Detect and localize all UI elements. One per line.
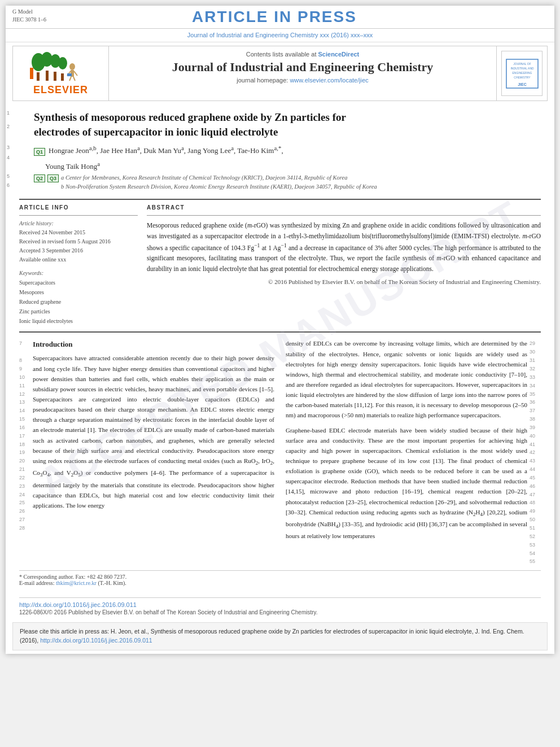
svg-rect-15: [67, 73, 72, 76]
article-title-section: 1 2 Synthesis of mesoporous reduced grap…: [19, 110, 541, 139]
left-body-col-wrapper: 7 89101112131415161718192021222324252627…: [19, 338, 274, 566]
info-abstract-section: ARTICLE INFO Article history: Received 2…: [19, 204, 541, 326]
svg-text:JOURNAL OF: JOURNAL OF: [513, 62, 531, 65]
corresponding-author: * Corresponding author. Fax: +82 42 860 …: [19, 574, 541, 580]
journal-logo-right: JOURNAL OF INDUSTRIAL AND ENGINEERING CH…: [496, 46, 547, 101]
right-logo-box: JOURNAL OF INDUSTRIAL AND ENGINEERING CH…: [501, 51, 542, 96]
page: G Model JIEC 3078 1–6 ARTICLE IN PRESS J…: [6, 6, 554, 654]
elsevier-tree-logo: [24, 51, 98, 82]
svg-line-14: [73, 77, 75, 81]
keyword-1: Supercapacitors: [19, 278, 138, 287]
intro-para-2: density of EDLCs can be overcome by incr…: [286, 338, 527, 420]
svg-rect-5: [37, 72, 40, 81]
keywords-label: Keywords:: [19, 270, 138, 276]
article-title: Synthesis of mesoporous reduced graphene…: [34, 110, 541, 139]
email-link[interactable]: thkim@krict.re.kr: [56, 580, 97, 586]
line-num-2: 2: [7, 124, 10, 129]
keyword-4: Zinc particles: [19, 307, 138, 316]
right-line-numbers: 2930313233343536373839404142434445464748…: [530, 338, 541, 566]
abstract-rule: [147, 215, 541, 216]
sciencedirect-link[interactable]: ScienceDirect: [318, 51, 360, 58]
svg-text:JIEC: JIEC: [518, 82, 527, 86]
contents-line: Contents lists available at ScienceDirec…: [116, 51, 489, 58]
body-section: 7 89101112131415161718192021222324252627…: [19, 338, 541, 566]
abstract-col: ABSTRACT Mesoporous reduced graphene oxi…: [147, 204, 541, 326]
q2-badge: Q2: [34, 174, 45, 182]
journal-homepage: journal homepage: www.elsevier.com/locat…: [116, 77, 489, 84]
svg-rect-6: [46, 71, 49, 81]
revised-date: Received in revised form 5 August 2016: [19, 237, 138, 246]
article-history-label: Article history:: [19, 220, 138, 226]
body-col-left: Introduction Supercapacitors have attrac…: [33, 338, 274, 566]
citation-doi-link[interactable]: http://dx.doi.org/10.1016/j.jiec.2016.09…: [40, 637, 152, 644]
line-num-6: 6: [7, 182, 10, 188]
line-num-5: 5: [7, 173, 10, 179]
q3-badge: Q3: [47, 174, 59, 182]
svg-text:INDUSTRIAL AND: INDUSTRIAL AND: [510, 67, 534, 70]
authors-line-2: Young Taik Honga: [45, 162, 100, 171]
journal-logo-left: ELSEVIER: [13, 46, 109, 101]
svg-rect-7: [54, 72, 56, 81]
svg-rect-0: [30, 68, 33, 79]
keyword-3: Reduced graphene: [19, 297, 138, 307]
separator-thick: [19, 199, 541, 200]
left-line-numbers: 7 89101112131415161718192021222324252627…: [19, 338, 30, 566]
authors-section: 3 4 Q1 Hongrae Jeona,b, Jae Hee Hana, Du…: [19, 145, 541, 171]
svg-line-12: [74, 71, 77, 76]
email-line: E-mail address: thkim@krict.re.kr (T.-H.…: [19, 580, 541, 586]
journal-title-main: Journal of Industrial and Engineering Ch…: [116, 60, 489, 75]
info-rule: [19, 215, 138, 216]
affiliations: a Center for Membranes, Korea Research I…: [61, 173, 377, 191]
svg-rect-8: [61, 73, 64, 81]
journal-ref-top: Journal of Industrial and Engineering Ch…: [187, 32, 373, 38]
svg-point-4: [58, 57, 67, 69]
citation-bar: Please cite this article in press as: H.…: [12, 622, 548, 650]
top-bar: G Model JIEC 3078 1–6 ARTICLE IN PRESS: [6, 6, 554, 29]
homepage-url[interactable]: www.elsevier.com/locate/jiec: [290, 77, 368, 84]
authors-line: Hongrae Jeona,b, Jae Hee Hana, Duk Man Y…: [49, 145, 283, 155]
svg-line-13: [69, 77, 71, 81]
body-col-right: density of EDLCs can be overcome by incr…: [286, 338, 527, 566]
received-date: Received 24 November 2015: [19, 228, 138, 237]
affiliations-section: 5 6 Q2 Q3 a Center for Membranes, Korea …: [19, 173, 541, 196]
svg-text:ENGINEERING: ENGINEERING: [512, 71, 532, 75]
available-date: Available online xxx: [19, 255, 138, 264]
accepted-date: Accepted 3 September 2016: [19, 246, 138, 255]
abstract-text: Mesoporous reduced graphene oxide (m-rGO…: [147, 220, 541, 274]
abstract-title: ABSTRACT: [147, 204, 541, 211]
body-separator: [19, 331, 541, 333]
intro-para-3: Graphene-based EDLC electrode materials …: [286, 425, 527, 541]
line-num-4: 4: [7, 155, 10, 160]
line-num-3: 3: [7, 145, 10, 150]
article-in-press-banner: ARTICLE IN PRESS: [46, 8, 502, 26]
journal-header: ELSEVIER Contents lists available at Sci…: [12, 46, 548, 101]
intro-heading: Introduction: [33, 338, 274, 350]
svg-point-9: [69, 63, 75, 70]
line-num-1: 1: [7, 110, 10, 116]
article-info-title: ARTICLE INFO: [19, 204, 138, 211]
q1-badge: Q1: [34, 148, 45, 156]
banner-title: ARTICLE IN PRESS: [46, 8, 502, 26]
copyright-footer: 1226-086X/© 2016 Published by Elsevier B…: [19, 609, 541, 615]
main-content: ACCEPTED MANUSCRIPT 1 2 Synthesis of mes…: [6, 104, 554, 592]
footer-section: http://dx.doi.org/10.1016/j.jiec.2016.09…: [19, 597, 541, 619]
article-info-col: ARTICLE INFO Article history: Received 2…: [19, 204, 138, 326]
doi-link[interactable]: http://dx.doi.org/10.1016/j.jiec.2016.09…: [19, 601, 541, 608]
intro-para-1: Supercapacitors have attracted considera…: [33, 353, 274, 510]
elsevier-wordmark: ELSEVIER: [33, 84, 88, 96]
keyword-5: Ionic liquid electrolytes: [19, 316, 138, 326]
svg-text:CHEMISTRY: CHEMISTRY: [514, 76, 531, 79]
keywords-section: Keywords: Supercapacitors Mesopores Redu…: [19, 270, 138, 326]
abstract-copyright: © 2016 Published by Elsevier B.V. on beh…: [147, 278, 541, 285]
journal-center: Contents lists available at ScienceDirec…: [109, 46, 496, 101]
right-body-col-wrapper: density of EDLCs can be overcome by incr…: [286, 338, 541, 566]
keyword-2: Mesopores: [19, 287, 138, 297]
g-model-info: G Model JIEC 3078 1–6: [12, 8, 46, 24]
footnote-section: * Corresponding author. Fax: +82 42 860 …: [19, 570, 541, 586]
